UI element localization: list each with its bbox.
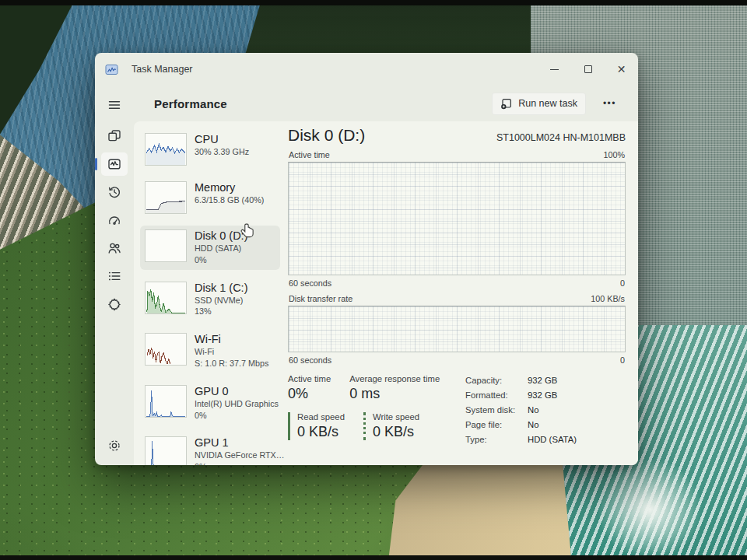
- device-model: ST1000LM024 HN-M101MBB: [496, 132, 626, 143]
- new-task-icon: [500, 98, 512, 110]
- perf-item-title: GPU 0: [195, 385, 275, 398]
- perf-item-gpu0[interactable]: GPU 0 Intel(R) UHD Graphics 0%: [140, 381, 280, 425]
- content-area: CPU 30% 3.39 GHz Memory 6.3/15.8 GB (40%…: [134, 121, 638, 465]
- details-icon: [107, 269, 121, 283]
- monitor-bezel-bottom: [0, 555, 747, 560]
- titlebar[interactable]: Task Manager ✕: [95, 53, 638, 86]
- nav-app-history[interactable]: [101, 180, 128, 204]
- property-row: Page file: No: [465, 420, 577, 429]
- nav-services[interactable]: [101, 292, 128, 316]
- detail-title: Disk 0 (D:): [288, 126, 365, 145]
- disk-detail-pane: Disk 0 (D:) ST1000LM024 HN-M101MBB Activ…: [288, 126, 626, 465]
- perf-item-title: Disk 1 (C:): [195, 282, 247, 295]
- processes-icon: [107, 129, 121, 143]
- settings-gear-icon: [107, 439, 121, 453]
- perf-item-sub2: 0%: [195, 254, 247, 266]
- perf-item-sub2: S: 1.0 R: 37.7 Mbps: [195, 358, 268, 369]
- perf-item-title: Wi-Fi: [195, 333, 268, 346]
- users-icon: [107, 241, 121, 255]
- write-speed-label: Write speed: [373, 412, 419, 422]
- perf-item-wifi[interactable]: Wi-Fi Wi-Fi S: 1.0 R: 37.7 Mbps: [140, 329, 280, 373]
- perf-item-sub: NVIDIA GeForce RTX…: [195, 450, 275, 461]
- task-manager-app-icon: [105, 63, 118, 76]
- perf-item-disk0[interactable]: Disk 0 (D:) HDD (SATA) 0%: [140, 226, 280, 270]
- nav-menu-button[interactable]: [101, 93, 128, 117]
- hamburger-icon: [107, 98, 121, 112]
- perf-item-title: CPU: [195, 133, 249, 146]
- read-speed-label: Read speed: [297, 412, 345, 422]
- disk-properties: Capacity: 932 GB Formatted: 932 GB Syste…: [465, 374, 577, 450]
- chart2-max: 100 KB/s: [591, 294, 625, 303]
- maximize-icon: [584, 65, 592, 73]
- perf-item-sub2: 0%: [195, 461, 275, 465]
- perf-item-title: GPU 1: [195, 436, 275, 450]
- active-time-value: 0%: [288, 386, 331, 402]
- nav-processes[interactable]: [101, 124, 128, 148]
- performance-icon: [107, 157, 121, 171]
- avg-response-label: Average response time: [349, 374, 440, 383]
- perf-item-sub2: 0%: [195, 410, 275, 422]
- perf-item-cpu[interactable]: CPU 30% 3.39 GHz: [140, 129, 280, 170]
- active-time-label: Active time: [288, 374, 331, 383]
- minimize-button[interactable]: [538, 53, 571, 86]
- more-options-button[interactable]: •••: [598, 95, 621, 112]
- property-row: Capacity: 932 GB: [465, 376, 577, 385]
- close-button[interactable]: ✕: [605, 53, 638, 86]
- perf-item-sub2: 13%: [195, 306, 247, 317]
- task-manager-window: Task Manager ✕ Performance Run new task …: [95, 53, 638, 465]
- perf-item-sub: SSD (NVMe): [195, 295, 247, 306]
- close-icon: ✕: [617, 64, 626, 75]
- memory-sparkline: [145, 181, 187, 214]
- run-new-task-label: Run new task: [518, 98, 577, 109]
- maximize-button[interactable]: [571, 53, 605, 86]
- avg-response-value: 0 ms: [349, 386, 440, 402]
- nav-users[interactable]: [101, 236, 128, 260]
- run-new-task-button[interactable]: Run new task: [492, 93, 586, 115]
- minimize-icon: [550, 69, 559, 70]
- cpu-sparkline: [145, 133, 187, 166]
- perf-item-disk1[interactable]: Disk 1 (C:) SSD (NVMe) 13%: [140, 278, 280, 322]
- disk-transfer-chart: [288, 306, 626, 352]
- wifi-sparkline: [145, 333, 187, 366]
- stats-left: Active time 0% Average response time 0 m…: [288, 374, 459, 450]
- chart1-label: Active time: [289, 150, 330, 159]
- chart2-xmin: 60 seconds: [289, 355, 331, 365]
- chart1-xmin: 60 seconds: [289, 278, 331, 288]
- nav-rail: [95, 86, 134, 465]
- active-time-chart: [288, 162, 626, 275]
- property-row: System disk: No: [465, 405, 577, 415]
- nav-settings-button[interactable]: [101, 434, 128, 457]
- perf-item-gpu1[interactable]: GPU 1 NVIDIA GeForce RTX… 0%: [140, 432, 280, 465]
- monitor-bezel-top: [0, 0, 747, 5]
- write-speed-value: 0 KB/s: [373, 424, 419, 440]
- hand-pointer-cursor-icon: [239, 222, 256, 241]
- nav-performance[interactable]: [101, 152, 128, 176]
- chart1-max: 100%: [603, 150, 625, 159]
- startup-icon: [107, 213, 121, 227]
- window-title: Task Manager: [132, 64, 193, 75]
- perf-item-sub: HDD (SATA): [195, 243, 247, 254]
- history-icon: [107, 185, 121, 199]
- gpu0-sparkline: [145, 385, 187, 418]
- nav-startup-apps[interactable]: [101, 208, 128, 232]
- disk1-sparkline: [145, 282, 187, 314]
- performance-list: CPU 30% 3.39 GHz Memory 6.3/15.8 GB (40%…: [134, 121, 283, 465]
- page-title: Performance: [154, 97, 227, 110]
- perf-item-sub: Intel(R) UHD Graphics: [195, 398, 275, 410]
- chart2-xmax: 0: [620, 355, 625, 365]
- gpu1-sparkline: [145, 436, 187, 465]
- chart1-xmax: 0: [620, 278, 625, 288]
- perf-item-sub: 6.3/15.8 GB (40%): [195, 194, 264, 206]
- read-speed-value: 0 KB/s: [297, 424, 345, 440]
- perf-item-memory[interactable]: Memory 6.3/15.8 GB (40%): [140, 177, 280, 218]
- services-icon: [107, 297, 121, 311]
- nav-details[interactable]: [101, 264, 128, 288]
- disk0-sparkline: [145, 229, 187, 262]
- perf-item-sub: 30% 3.39 GHz: [195, 146, 249, 158]
- perf-item-sub: Wi-Fi: [195, 346, 268, 358]
- property-row: Formatted: 932 GB: [465, 390, 577, 400]
- perf-item-title: Memory: [195, 181, 264, 194]
- chart2-label: Disk transfer rate: [289, 294, 352, 303]
- property-row: Type: HDD (SATA): [465, 435, 577, 444]
